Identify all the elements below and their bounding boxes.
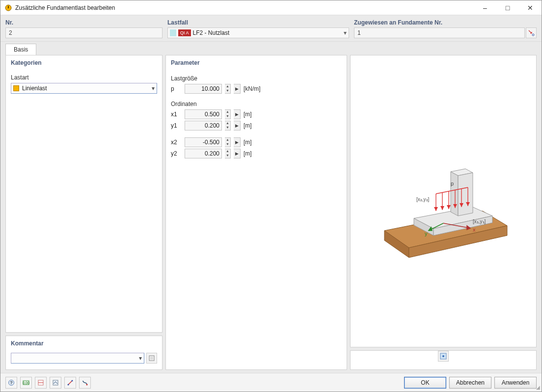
y1-menu-button[interactable]: ▶ bbox=[234, 121, 241, 131]
header-fields: Nr. 2 Lastfall .. QI A LF2 - Nutzlast ▾ … bbox=[0, 15, 542, 42]
svg-rect-4 bbox=[150, 357, 153, 360]
left-column: Kategorien Lastart Linienlast ▾ Kom bbox=[5, 55, 163, 370]
ok-button[interactable]: OK bbox=[404, 377, 446, 389]
apply-button[interactable]: Anwenden bbox=[494, 377, 537, 389]
y2-unit: [m] bbox=[244, 150, 252, 157]
svg-marker-23 bbox=[447, 205, 451, 209]
preview-p-label: p bbox=[451, 181, 454, 186]
p-menu-button[interactable]: ▶ bbox=[234, 84, 241, 94]
x1-label: x1 bbox=[171, 111, 182, 118]
footer: ? 0,00 OK Abbrechen Anwenden bbox=[0, 373, 542, 392]
titlebar: Zusätzliche Fundamentlast bearbeiten – □… bbox=[0, 0, 542, 15]
preview-x-axis: x bbox=[473, 227, 476, 233]
pick-foundation-button[interactable] bbox=[526, 27, 537, 38]
svg-marker-22 bbox=[440, 206, 444, 210]
svg-point-2 bbox=[532, 34, 534, 36]
nr-value: 2 bbox=[9, 29, 12, 36]
tab-bar: Basis bbox=[0, 42, 542, 55]
chevron-down-icon: ▾ bbox=[152, 85, 155, 92]
svg-point-32 bbox=[442, 355, 444, 357]
x2-menu-button[interactable]: ▶ bbox=[234, 137, 241, 147]
nr-input[interactable]: 2 bbox=[5, 27, 163, 38]
y1-row: y1 0.200 ▲▼ ▶ [m] bbox=[171, 121, 342, 131]
right-column: p [x₂,y₂] [x₁,y₁] y x bbox=[350, 55, 537, 370]
y1-unit: [m] bbox=[244, 122, 252, 129]
svg-marker-12 bbox=[451, 172, 458, 216]
lastart-value: Linienlast bbox=[22, 85, 47, 92]
preview-panel: p [x₂,y₂] [x₁,y₁] y x bbox=[350, 55, 537, 347]
y1-input[interactable]: 0.200 bbox=[185, 121, 222, 131]
chevron-down-icon: ▾ bbox=[344, 29, 347, 36]
y2-label: y2 bbox=[171, 150, 182, 157]
close-button[interactable]: ✕ bbox=[519, 0, 542, 15]
x1-spinner[interactable]: ▲▼ bbox=[225, 109, 231, 119]
lastart-label: Lastart bbox=[11, 74, 29, 81]
y1-label: y1 bbox=[171, 122, 182, 129]
lastgroesse-label: Lastgröße bbox=[171, 75, 342, 82]
dialog-window: Zusätzliche Fundamentlast bearbeiten – □… bbox=[0, 0, 542, 392]
y1-value: 0.200 bbox=[205, 122, 219, 129]
x2-value: -0.500 bbox=[203, 139, 219, 146]
lastart-swatch-icon bbox=[13, 85, 19, 91]
comment-input[interactable]: ▾ bbox=[11, 353, 144, 364]
preview-y-axis: y bbox=[425, 231, 428, 236]
comment-heading: Kommentar bbox=[6, 336, 162, 350]
app-icon bbox=[4, 4, 12, 12]
assign-label: Zugewiesen an Fundamente Nr. bbox=[354, 19, 537, 26]
svg-rect-39 bbox=[53, 380, 58, 385]
minimize-button[interactable]: – bbox=[474, 0, 496, 15]
x1-input[interactable]: 0.500 bbox=[185, 109, 222, 119]
comment-edit-button[interactable] bbox=[146, 353, 157, 364]
categories-heading: Kategorien bbox=[6, 55, 162, 69]
preview-toolbar bbox=[350, 350, 537, 370]
y2-spinner[interactable]: ▲▼ bbox=[225, 149, 231, 158]
x2-spinner[interactable]: ▲▼ bbox=[225, 137, 231, 147]
y2-row: y2 0.200 ▲▼ ▶ [m] bbox=[171, 149, 342, 158]
x2-row: x2 -0.500 ▲▼ ▶ [m] bbox=[171, 137, 342, 147]
maximize-button[interactable]: □ bbox=[496, 0, 519, 15]
p-input[interactable]: 10.000 bbox=[185, 84, 222, 94]
tool-button-5[interactable] bbox=[64, 377, 76, 389]
lastfall-label: Lastfall bbox=[167, 19, 349, 26]
x2-unit: [m] bbox=[244, 139, 252, 146]
x1-row: x1 0.500 ▲▼ ▶ [m] bbox=[171, 109, 342, 119]
lastfall-group: Lastfall .. QI A LF2 - Nutzlast ▾ bbox=[167, 19, 349, 38]
preview-settings-button[interactable] bbox=[438, 351, 449, 362]
x1-menu-button[interactable]: ▶ bbox=[234, 109, 241, 119]
window-buttons: – □ ✕ bbox=[474, 0, 542, 15]
y2-value: 0.200 bbox=[205, 150, 219, 157]
preview-p1-label: [x₂,y₂] bbox=[416, 197, 430, 202]
parameter-heading: Parameter bbox=[166, 55, 347, 69]
svg-marker-13 bbox=[458, 173, 473, 216]
tool-button-3[interactable] bbox=[35, 377, 47, 389]
tool-button-6[interactable] bbox=[79, 377, 91, 389]
chevron-down-icon: ▾ bbox=[139, 355, 142, 362]
resize-grip-icon[interactable]: ◢ bbox=[536, 385, 540, 390]
x2-input[interactable]: -0.500 bbox=[185, 137, 222, 147]
y2-menu-button[interactable]: ▶ bbox=[234, 149, 241, 158]
categories-panel: Kategorien Lastart Linienlast ▾ bbox=[5, 55, 163, 333]
cancel-button[interactable]: Abbrechen bbox=[449, 377, 491, 389]
x1-unit: [m] bbox=[244, 111, 252, 118]
assign-group: Zugewiesen an Fundamente Nr. 1 bbox=[354, 19, 537, 38]
p-unit: [kN/m] bbox=[244, 85, 261, 92]
tool-button-4[interactable] bbox=[50, 377, 61, 389]
lastart-select[interactable]: Linienlast ▾ bbox=[11, 83, 157, 94]
ordinaten-label: Ordinaten bbox=[171, 101, 342, 107]
nr-group: Nr. 2 bbox=[5, 19, 163, 38]
help-button[interactable]: ? bbox=[5, 377, 17, 389]
svg-marker-21 bbox=[434, 207, 438, 211]
p-spinner[interactable]: ▲▼ bbox=[225, 84, 231, 94]
lastfall-badge: QI A bbox=[178, 29, 191, 36]
lastfall-select[interactable]: .. QI A LF2 - Nutzlast ▾ bbox=[167, 27, 349, 38]
assign-input[interactable]: 1 bbox=[354, 27, 525, 38]
foundation-preview-icon: p [x₂,y₂] [x₁,y₁] y x bbox=[370, 137, 517, 265]
y1-spinner[interactable]: ▲▼ bbox=[225, 121, 231, 131]
y2-input[interactable]: 0.200 bbox=[185, 149, 222, 158]
svg-point-41 bbox=[72, 380, 73, 381]
p-label: p bbox=[171, 85, 182, 92]
svg-rect-1 bbox=[8, 6, 9, 8]
tab-basis[interactable]: Basis bbox=[5, 44, 36, 55]
units-button[interactable]: 0,00 bbox=[20, 377, 32, 389]
parameter-panel: Parameter Lastgröße p 10.000 ▲▼ ▶ [kN/m]… bbox=[165, 55, 347, 370]
